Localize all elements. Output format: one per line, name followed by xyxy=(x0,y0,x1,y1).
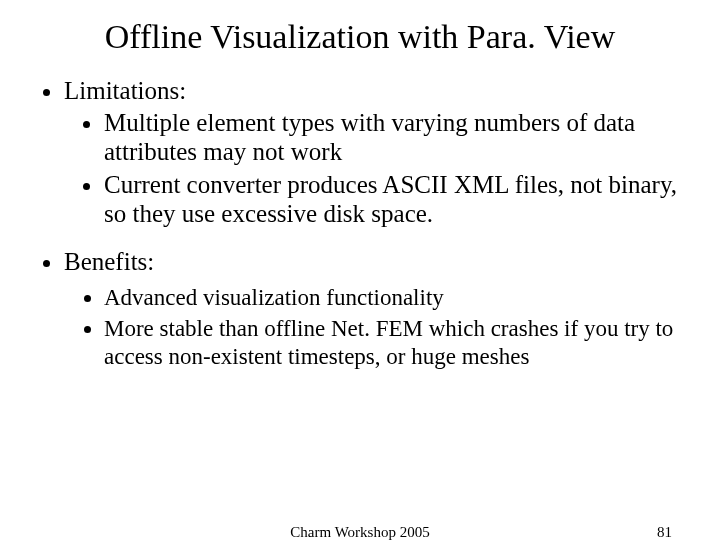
bullet-limitations: Limitations: Multiple element types with… xyxy=(64,76,684,229)
limitations-sublist: Multiple element types with varying numb… xyxy=(64,108,684,229)
benefit-item: Advanced visualization functionality xyxy=(104,284,684,312)
limitations-label: Limitations: xyxy=(64,77,186,104)
benefit-item: More stable than offline Net. FEM which … xyxy=(104,315,684,371)
limitation-item: Current converter produces ASCII XML fil… xyxy=(104,170,684,229)
limitation-item: Multiple element types with varying numb… xyxy=(104,108,684,167)
slide-body: Limitations: Multiple element types with… xyxy=(0,76,720,371)
footer-center-text: Charm Workshop 2005 xyxy=(0,524,720,540)
bullet-benefits: Benefits: Advanced visualization functio… xyxy=(64,247,684,372)
bullet-list: Limitations: Multiple element types with… xyxy=(36,76,684,371)
page-number: 81 xyxy=(657,524,672,540)
slide-title: Offline Visualization with Para. View xyxy=(0,0,720,66)
benefits-sublist: Advanced visualization functionality Mor… xyxy=(64,284,684,371)
benefits-label: Benefits: xyxy=(64,248,154,275)
slide: Offline Visualization with Para. View Li… xyxy=(0,0,720,540)
